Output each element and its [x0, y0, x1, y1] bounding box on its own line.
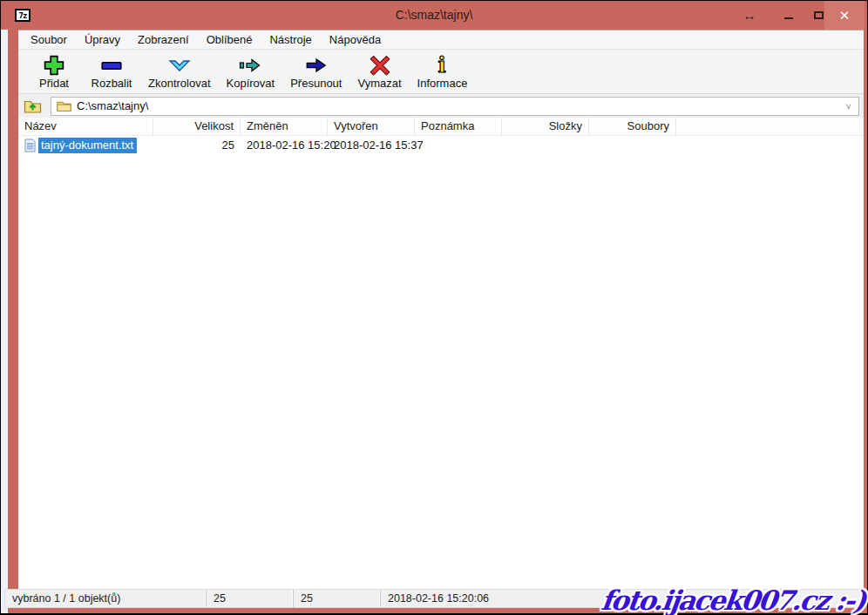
column-header-slozky[interactable]: Složky	[502, 118, 589, 135]
file-list[interactable]: tajný-dokument.txt 25 2018-02-16 15:20 2…	[18, 136, 864, 589]
menu-upravy[interactable]: Úpravy	[76, 30, 129, 49]
status-size-selected: 25	[207, 590, 294, 607]
minimize-icon	[784, 17, 793, 19]
column-headers: Název Velikost Změněn Vytvořen Poznámka …	[18, 118, 864, 136]
menu-nastroje[interactable]: Nástroje	[261, 30, 320, 49]
add-button[interactable]: Přidat	[25, 54, 83, 90]
menu-soubor[interactable]: Soubor	[22, 30, 76, 49]
watermark-text: foto.ijacek007.cz :-)	[600, 585, 867, 615]
column-header-vytvoren[interactable]: Vytvořen	[328, 118, 415, 135]
delete-button[interactable]: Vymazat	[349, 54, 409, 90]
selected-file-name[interactable]: tajný-dokument.txt	[38, 138, 137, 153]
column-header-velikost[interactable]: Velikost	[153, 118, 241, 135]
minimize-button[interactable]	[778, 1, 799, 30]
move-button[interactable]: Přesunout	[282, 54, 349, 90]
test-check-icon	[168, 54, 191, 76]
address-combo[interactable]: ˅	[51, 97, 859, 116]
add-label: Přidat	[39, 77, 69, 90]
text-file-icon	[24, 139, 36, 152]
info-button[interactable]: i Informace	[410, 54, 476, 90]
close-button[interactable]: ✕	[824, 1, 865, 30]
move-label: Přesunout	[290, 77, 342, 90]
column-header-zmenen[interactable]: Změněn	[241, 118, 328, 135]
folder-icon	[57, 99, 71, 112]
info-icon: i	[432, 54, 451, 76]
column-header-nazev[interactable]: Název	[18, 118, 153, 135]
copy-button[interactable]: Kopírovat	[219, 54, 283, 90]
info-label: Informace	[417, 77, 468, 90]
toolbar: Přidat Rozbalit Zkontrolovat Kopírovat	[18, 50, 864, 94]
file-size-cell: 25	[153, 139, 241, 152]
move-arrow-icon	[304, 54, 329, 76]
parent-folder-button[interactable]	[22, 96, 44, 117]
menu-napoveda[interactable]: Nápověda	[321, 30, 390, 49]
window-title: C:\smaz\tajny\	[1, 8, 867, 22]
table-row[interactable]: tajný-dokument.txt 25 2018-02-16 15:20 2…	[18, 136, 864, 154]
maximize-icon	[814, 11, 824, 19]
column-header-poznamka[interactable]: Poznámka	[415, 118, 502, 135]
test-label: Zkontrolovat	[148, 77, 211, 90]
window-left-edge	[1, 30, 8, 613]
add-plus-icon	[44, 54, 64, 76]
file-name-cell[interactable]: tajný-dokument.txt	[18, 138, 153, 153]
copy-arrow-icon	[239, 54, 261, 76]
chevron-down-icon[interactable]: ˅	[843, 101, 855, 112]
menu-zobrazeni[interactable]: Zobrazení	[129, 30, 198, 49]
folder-up-icon	[24, 98, 43, 115]
svg-text:i: i	[438, 55, 446, 76]
menu-bar: Soubor Úpravy Zobrazení Oblíbené Nástroj…	[18, 30, 864, 50]
status-selection: vybráno 1 / 1 objekt(ů)	[5, 590, 207, 607]
extract-minus-icon	[100, 54, 123, 76]
file-modified-cell: 2018-02-16 15:20	[241, 139, 328, 152]
delete-label: Vymazat	[357, 77, 401, 90]
extract-label: Rozbalit	[92, 77, 132, 90]
extract-button[interactable]: Rozbalit	[83, 54, 140, 90]
column-header-filler	[676, 118, 864, 135]
copy-label: Kopírovat	[227, 77, 275, 90]
status-size-total: 25	[294, 590, 381, 607]
client-area: Soubor Úpravy Zobrazení Oblíbené Nástroj…	[18, 30, 864, 589]
column-header-soubory[interactable]: Soubory	[589, 118, 676, 135]
delete-x-icon	[370, 54, 390, 76]
test-button[interactable]: Zkontrolovat	[140, 54, 219, 90]
app-window: 7z C:\smaz\tajny\ ↔ ✕ Soubor Úpravy Zobr…	[1, 1, 867, 613]
file-created-cell: 2018-02-16 15:37	[328, 139, 415, 152]
resize-arrows-icon: ↔	[738, 1, 761, 30]
address-input[interactable]	[77, 99, 837, 112]
menu-oblibene[interactable]: Oblíbené	[198, 30, 261, 49]
address-bar: ˅	[18, 94, 864, 118]
title-bar[interactable]: 7z C:\smaz\tajny\ ↔ ✕	[1, 1, 867, 30]
